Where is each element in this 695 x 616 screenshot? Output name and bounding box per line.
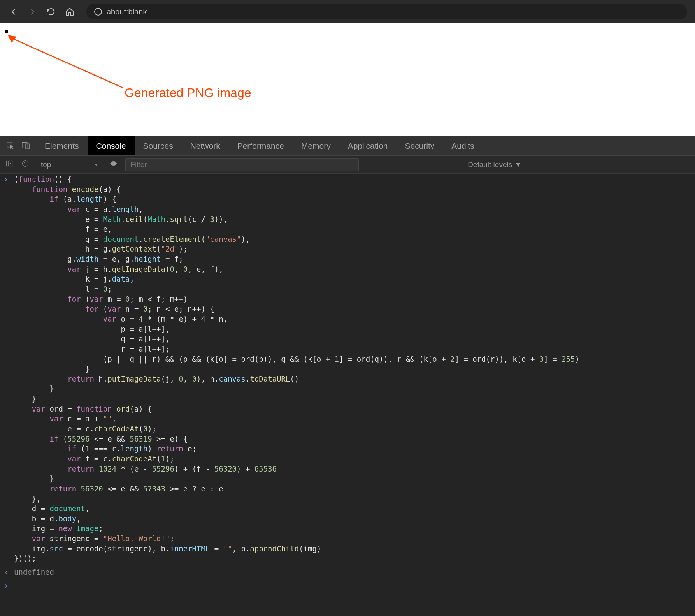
tab-application[interactable]: Application [339,136,397,155]
console-result-entry: ‹ undefined [0,565,695,580]
prompt-chevron-icon: › [4,581,14,591]
svg-marker-1 [8,35,16,43]
tab-network[interactable]: Network [182,136,229,155]
console-result: undefined [14,567,54,577]
reload-button[interactable] [45,6,57,18]
levels-label: Default levels [468,160,512,169]
arrow-left-icon [9,7,18,16]
live-expression-icon[interactable] [110,160,118,169]
tab-memory[interactable]: Memory [293,136,339,155]
clear-console-icon[interactable] [21,160,29,169]
tab-performance[interactable]: Performance [229,136,293,155]
svg-point-7 [113,163,115,165]
input-chevron-icon: › [4,174,14,564]
tab-console[interactable]: Console [88,136,135,155]
home-icon [65,7,74,16]
console-toolbar: top ▼ Default levels ▼ [0,156,695,174]
console-code: (function() { function encode(a) { if (a… [14,174,579,564]
context-label: top [41,160,51,169]
console-input-entry: › (function() { function encode(a) { if … [0,174,695,565]
svg-line-0 [12,38,123,88]
url-bar[interactable]: i about:blank [86,4,687,19]
tab-security[interactable]: Security [396,136,443,155]
generated-png-image [5,30,8,33]
svg-rect-3 [22,142,27,148]
tab-sources[interactable]: Sources [135,136,182,155]
back-button[interactable] [8,6,19,18]
devtools-panel: Elements Console Sources Network Perform… [0,136,695,616]
annotation-arrow [8,35,125,90]
arrow-right-icon [28,7,37,16]
browser-toolbar: i about:blank [0,0,695,23]
home-button[interactable] [64,6,75,18]
filter-input[interactable] [125,158,359,171]
annotation-label: Generated PNG image [125,86,251,100]
console-prompt[interactable]: › [0,580,695,592]
tab-audits[interactable]: Audits [443,136,483,155]
forward-button[interactable] [26,6,38,18]
dropdown-triangle-icon: ▼ [94,162,98,167]
device-toolbar-icon[interactable] [21,141,30,151]
reload-icon [46,7,56,16]
page-viewport: Generated PNG image [0,23,695,136]
url-text: about:blank [107,7,147,16]
log-levels-select[interactable]: Default levels ▼ [468,160,522,169]
dropdown-triangle-icon: ▼ [514,160,522,169]
execution-context-select[interactable]: top ▼ [37,159,102,171]
console-sidebar-toggle-icon[interactable] [6,160,14,169]
console-output[interactable]: › (function() { function encode(a) { if … [0,174,695,616]
tab-elements[interactable]: Elements [36,136,88,155]
output-chevron-icon: ‹ [4,567,14,577]
inspect-element-icon[interactable] [6,141,14,151]
devtools-tabbar: Elements Console Sources Network Perform… [0,136,695,156]
info-icon: i [94,8,102,16]
